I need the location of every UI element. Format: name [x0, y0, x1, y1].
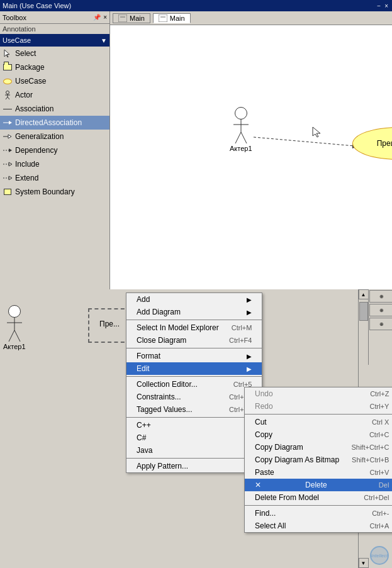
separator-3 — [126, 376, 262, 377]
panel-btn-3[interactable]: ⊕ — [369, 318, 392, 330]
scrollbar-thumb[interactable] — [359, 302, 368, 321]
edit-submenu-delete-from-model[interactable]: Delete From Model Ctrl+Del — [245, 491, 392, 504]
menu-item-select-model[interactable]: Select In Model Explorer Ctrl+M — [126, 321, 262, 334]
usecase-1-label: Прецедент1 — [377, 139, 392, 148]
edit-submenu-delete[interactable]: ✕ Delete Del — [245, 479, 392, 491]
menu-item-cpp[interactable]: C++ ▶ — [126, 419, 262, 432]
bottom-actor-figure[interactable]: Актер1 — [3, 305, 26, 350]
menu-item-tagged-values[interactable]: Tagged Values... Ctrl+F7 — [126, 403, 262, 416]
actor-figure-1[interactable]: Актер1 — [230, 107, 252, 152]
bottom-actor-head — [8, 305, 21, 318]
usecase-header: UseCase ▼ — [0, 34, 109, 47]
include-icon — [3, 159, 13, 169]
toolbox-pin-icon[interactable]: 📌 — [93, 14, 101, 21]
toolbox-items: Select Package UseCase — [0, 47, 109, 199]
toolbox-title: Toolbox — [3, 14, 26, 21]
toolbox-item-include[interactable]: Include — [0, 157, 109, 171]
add-diagram-submenu-arrow: ▶ — [247, 309, 252, 316]
svg-line-30 — [14, 330, 20, 342]
include-label: Include — [15, 160, 40, 169]
menu-item-collection-editor[interactable]: Collection Editor... Ctrl+5 — [126, 378, 262, 391]
menu-item-add-diagram[interactable]: Add Diagram ▶ — [126, 306, 262, 318]
toolbox-panel: Toolbox 📌 × Annotation UseCase ▼ Select — [0, 11, 110, 289]
intellect-text: intellect — [371, 554, 388, 558]
svg-rect-16 — [118, 14, 127, 22]
menu-item-apply-pattern[interactable]: Apply Pattern... — [126, 460, 262, 472]
separator-5 — [126, 458, 262, 459]
bottom-section: Актер1 Пре... Add ▶ Add Diagram ▶ Select… — [0, 289, 392, 568]
toolbox-item-package[interactable]: Package — [0, 60, 109, 74]
dependency-label: Dependency — [15, 146, 57, 155]
menu-item-csharp[interactable]: C# ▶ — [126, 432, 262, 444]
menu-item-java[interactable]: Java ▶ — [126, 444, 262, 457]
menu-item-edit[interactable]: Edit ▶ — [126, 362, 262, 375]
svg-rect-18 — [159, 14, 167, 22]
main-window-title: Main (Use Case View) — [3, 2, 71, 9]
toolbox-item-association[interactable]: Association — [0, 102, 109, 116]
edit-submenu-copy-diagram[interactable]: Copy Diagram Shift+Ctrl+C — [245, 441, 392, 454]
edit-submenu-copy[interactable]: Copy Ctrl+C — [245, 428, 392, 441]
dashed-arrow-svg — [110, 25, 392, 289]
edit-submenu-cut[interactable]: Cut Ctrl X — [245, 416, 392, 428]
svg-marker-0 — [4, 50, 9, 57]
svg-line-29 — [9, 330, 14, 342]
usecase-ellipse-1[interactable]: Прецедент1 — [352, 127, 392, 160]
intellect-circle: intellect — [370, 546, 389, 565]
svg-point-1 — [6, 91, 9, 94]
svg-line-4 — [6, 97, 8, 99]
directed-association-label: DirectedAssociation — [15, 118, 82, 127]
canvas[interactable]: Актер1 Прецедент1 — [110, 25, 392, 289]
actor-icon — [3, 90, 13, 100]
edit-submenu-undo[interactable]: Undo Ctrl+Z — [245, 387, 392, 400]
toolbox-item-generalization[interactable]: Generalization — [0, 130, 109, 143]
separator-4 — [126, 417, 262, 418]
menu-item-close-diagram[interactable]: Close Diagram Ctrl+F4 — [126, 334, 262, 347]
toolbox-item-system-boundary[interactable]: System Boundary — [0, 185, 109, 199]
toolbox-close-icon[interactable]: × — [103, 14, 107, 21]
generalization-label: Generalization — [15, 132, 64, 141]
svg-marker-26 — [313, 127, 320, 137]
edit-submenu-select-all[interactable]: Select All Ctrl+A — [245, 520, 392, 532]
scroll-down-btn[interactable]: ▼ — [359, 558, 369, 568]
actor-body-svg — [232, 120, 250, 145]
svg-line-5 — [8, 97, 9, 99]
toolbox-item-usecase[interactable]: UseCase — [0, 74, 109, 88]
edit-submenu-redo[interactable]: Redo Ctrl+Y — [245, 400, 392, 413]
svg-marker-7 — [9, 121, 12, 125]
actor-label-item: Actor — [15, 91, 33, 99]
menu-item-constraints[interactable]: Constraints... Ctrl+F6 — [126, 391, 262, 403]
toolbox-item-extend[interactable]: Extend — [0, 171, 109, 185]
actor-1-label: Актер1 — [230, 145, 252, 152]
association-icon — [3, 104, 13, 114]
toolbox-item-directed-association[interactable]: DirectedAssociation — [0, 116, 109, 130]
cursor-icon — [311, 126, 324, 138]
system-boundary-icon — [3, 187, 13, 197]
toolbox-item-select[interactable]: Select — [0, 47, 109, 60]
toolbox-item-dependency[interactable]: Dependency — [0, 143, 109, 157]
edit-submenu-paste[interactable]: Paste Ctrl+V — [245, 466, 392, 479]
toolbox-item-actor[interactable]: Actor — [0, 88, 109, 102]
edit-submenu-copy-bitmap[interactable]: Copy Diagram As Bitmap Shift+Ctrl+B — [245, 454, 392, 466]
edit-submenu-arrow: ▶ — [247, 365, 252, 372]
edit-submenu[interactable]: Undo Ctrl+Z Redo Ctrl+Y Cut Ctrl X Copy … — [244, 387, 392, 533]
usecase-collapse-icon[interactable]: ▼ — [101, 37, 107, 44]
scroll-up-btn[interactable]: ▲ — [359, 289, 369, 299]
separator-1 — [126, 320, 262, 320]
canvas-tab-main-2[interactable]: Main — [153, 13, 191, 23]
canvas-tab-main-1[interactable]: Main — [113, 13, 150, 23]
package-label: Package — [15, 63, 45, 72]
menu-item-format[interactable]: Format ▶ — [126, 350, 262, 362]
close-btn[interactable]: × — [383, 3, 389, 9]
top-section: Main (Use Case View) − × Toolbox 📌 × Ann… — [0, 0, 392, 289]
edit-submenu-find[interactable]: Find... Ctrl+- — [245, 507, 392, 520]
context-menu[interactable]: Add ▶ Add Diagram ▶ Select In Model Expl… — [126, 292, 262, 473]
menu-item-add[interactable]: Add ▶ — [126, 293, 262, 306]
delete-icon-marker: ✕ — [255, 481, 266, 489]
panel-btn-1[interactable]: ⊕ — [369, 290, 392, 303]
canvas-tab-main-2-label: Main — [170, 14, 185, 22]
panel-btn-2[interactable]: ⊕ — [369, 304, 392, 316]
bottom-canvas[interactable]: Актер1 Пре... Add ▶ Add Diagram ▶ Select… — [0, 289, 392, 568]
canvas-tab-main-1-label: Main — [130, 14, 145, 22]
minimize-btn[interactable]: − — [376, 3, 382, 9]
dependency-icon — [3, 145, 13, 155]
